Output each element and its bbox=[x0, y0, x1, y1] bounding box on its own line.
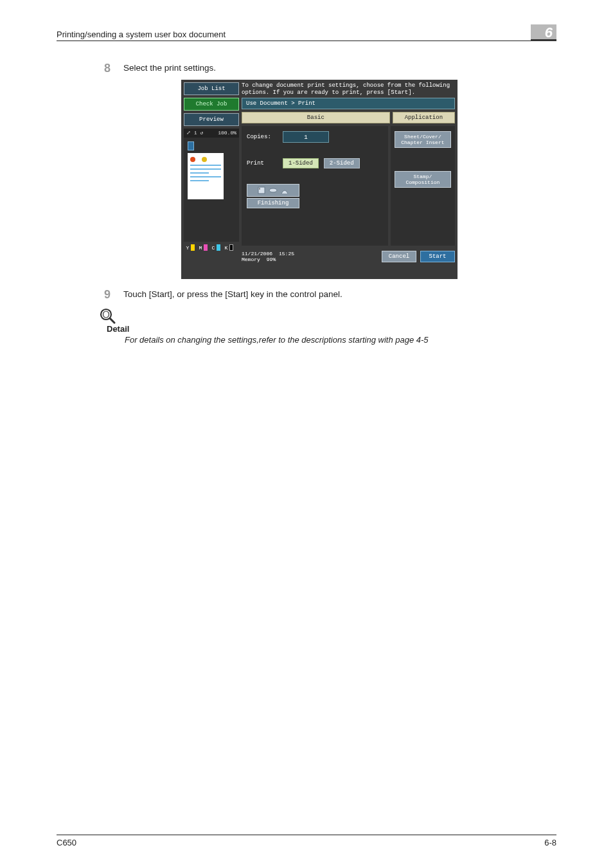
application-settings-pane: Sheet/Cover/ Chapter Insert Stamp/ Compo… bbox=[391, 126, 455, 246]
step-number: 8 bbox=[99, 62, 111, 75]
dot-icon bbox=[190, 157, 195, 162]
chapter-number: 6 bbox=[531, 24, 556, 41]
toner-y-icon bbox=[191, 244, 195, 251]
preview-button[interactable]: Preview bbox=[184, 113, 239, 126]
toner-levels: Y M C K bbox=[184, 242, 239, 253]
tab-application[interactable]: Application bbox=[393, 112, 455, 123]
toner-c-icon bbox=[217, 244, 220, 251]
svg-point-3 bbox=[103, 311, 109, 318]
staple-icon bbox=[257, 186, 266, 195]
text-line-icon bbox=[190, 168, 221, 170]
header-title: Printing/sending a system user box docum… bbox=[57, 30, 226, 39]
job-list-button[interactable]: Job List bbox=[184, 82, 239, 95]
two-sided-button[interactable]: 2-Sided bbox=[324, 158, 360, 168]
memory-label: Memory bbox=[242, 257, 260, 262]
footer-page: 6-8 bbox=[544, 838, 556, 847]
step-text: Touch [Start], or press the [Start] key … bbox=[123, 288, 342, 301]
print-label: Print bbox=[247, 160, 278, 167]
dot-icon bbox=[202, 157, 207, 162]
toner-k-icon bbox=[229, 244, 233, 251]
copies-label: Copies: bbox=[247, 134, 278, 140]
svg-line-4 bbox=[110, 318, 114, 323]
status-time: 15:25 bbox=[279, 251, 294, 257]
fold-icon bbox=[280, 186, 289, 195]
toner-m-label: M bbox=[198, 245, 203, 251]
note-title: Detail bbox=[107, 324, 556, 334]
finishing-button[interactable]: Finishing bbox=[247, 184, 299, 208]
printer-ui-screenshot: Job List Check Job Preview ⤢ 1 ↺ 100.0% bbox=[181, 80, 556, 279]
toner-m-icon bbox=[204, 244, 208, 251]
tab-basic[interactable]: Basic bbox=[242, 112, 390, 123]
sheet-cover-chapter-button[interactable]: Sheet/Cover/ Chapter Insert bbox=[395, 131, 451, 148]
cancel-button[interactable]: Cancel bbox=[382, 251, 416, 262]
status-date: 11/21/2006 bbox=[242, 251, 272, 257]
basic-settings-pane: Copies: 1 Print 1-Sided 2-Sided bbox=[242, 126, 388, 246]
punch-icon bbox=[269, 186, 278, 195]
page-footer: C650 6-8 bbox=[57, 835, 556, 847]
svg-point-1 bbox=[269, 188, 277, 192]
text-line-icon bbox=[190, 180, 209, 181]
start-button[interactable]: Start bbox=[420, 251, 455, 262]
page-count-icon bbox=[188, 141, 194, 150]
check-job-button[interactable]: Check Job bbox=[184, 98, 239, 111]
footer-model: C650 bbox=[57, 838, 76, 847]
instruction-text: To change document print settings, choos… bbox=[242, 82, 455, 98]
step-text: Select the print settings. bbox=[123, 62, 216, 75]
zoom-icons: ⤢ 1 ↺ bbox=[186, 129, 203, 138]
text-line-icon bbox=[190, 172, 209, 174]
one-sided-button[interactable]: 1-Sided bbox=[283, 158, 319, 168]
stamp-composition-button[interactable]: Stamp/ Composition bbox=[395, 171, 451, 188]
toner-y-label: Y bbox=[185, 245, 190, 251]
magnifier-icon bbox=[99, 307, 116, 324]
zoom-value: 100.0% bbox=[218, 129, 236, 138]
status-block: 11/21/2006 15:25 Memory 99% bbox=[242, 251, 294, 262]
step-8: 8 Select the print settings. bbox=[99, 62, 556, 75]
page-header: Printing/sending a system user box docum… bbox=[57, 24, 556, 41]
copies-value[interactable]: 1 bbox=[283, 131, 329, 143]
finishing-label: Finishing bbox=[247, 198, 299, 208]
toner-k-label: K bbox=[224, 245, 229, 251]
document-preview-icon bbox=[188, 153, 224, 199]
text-line-icon bbox=[190, 165, 221, 166]
step-9: 9 Touch [Start], or press the [Start] ke… bbox=[99, 288, 556, 301]
memory-value: 99% bbox=[267, 257, 276, 262]
detail-note: Detail For details on changing the setti… bbox=[99, 307, 556, 345]
note-text: For details on changing the settings,ref… bbox=[125, 335, 556, 345]
text-line-icon bbox=[190, 176, 221, 177]
toner-c-label: C bbox=[211, 245, 216, 251]
preview-thumbnail bbox=[184, 138, 239, 242]
zoom-bar: ⤢ 1 ↺ 100.0% bbox=[184, 129, 239, 138]
step-number: 9 bbox=[99, 288, 111, 301]
breadcrumb: Use Document > Print bbox=[242, 98, 455, 109]
